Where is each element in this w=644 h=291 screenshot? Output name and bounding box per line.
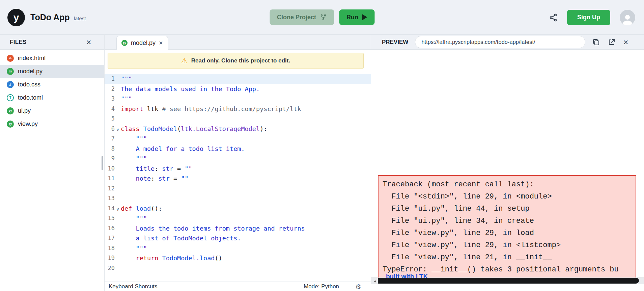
clone-project-button[interactable]: Clone Project [270,9,334,25]
copy-url-button[interactable] [592,38,600,46]
gear-icon[interactable]: ⚙ [355,283,361,291]
line-number: 1 [105,74,115,84]
code-line[interactable]: 16 Loads the todo items from storage and… [105,223,371,234]
code-line[interactable]: 2The data models used in the Todo App. [105,84,371,94]
file-item-model.py[interactable]: pymodel.py [0,65,104,78]
avatar[interactable] [620,10,635,25]
fold-arrow-icon[interactable]: v [115,125,121,135]
play-icon [362,14,367,20]
tab-model-py[interactable]: py model.py × [116,36,168,50]
code-line[interactable]: 14vdef load(): [105,204,371,214]
title-wrap: ToDo App latest [30,12,86,22]
share-icon [549,13,558,22]
fold-spacer [115,85,121,95]
code-line[interactable]: 13 [105,193,371,204]
tab-close-icon[interactable]: × [159,39,163,47]
preview-title: PREVIEW [382,39,408,46]
preview-close-icon[interactable]: × [623,38,628,47]
fold-spacer [115,95,121,105]
logo-icon[interactable]: y [7,9,25,26]
code-text: """ [121,243,147,254]
sidebar-close-icon[interactable]: × [86,38,91,47]
fold-spacer [115,75,121,85]
traceback-text: Traceback (most recent call last): File … [383,179,632,276]
code-line[interactable]: 10 title: str = "" [105,164,371,174]
warning-text: Read only. Clone this project to edit. [191,57,290,64]
file-item-view.py[interactable]: pyview.py [0,117,104,131]
toml-file-icon: T [7,94,14,101]
code-line[interactable]: 3""" [105,94,371,104]
line-number: 14 [105,204,115,214]
code-line[interactable]: 8 A model for a todo list item. [105,144,371,154]
code-line[interactable]: 18 """ [105,243,371,254]
line-number: 5 [105,114,115,124]
line-number: 15 [105,213,115,223]
file-item-todo.toml[interactable]: Ttodo.toml [0,91,104,104]
header-left: y ToDo App latest [7,0,86,35]
editor-statusbar: Keyboard Shorcuts Mode: Python ⚙ [105,282,371,291]
panel-resize-handle[interactable] [102,156,103,170]
py-file-icon: py [7,107,14,114]
file-item-todo.css[interactable]: #todo.css [0,78,104,91]
header-right: Sign Up [549,0,635,35]
preview-url-input[interactable]: https://laffra.pyscriptapps.com/todo-app… [415,36,585,48]
line-number: 3 [105,94,115,104]
file-list: <>index.htmlpymodel.py#todo.cssTtodo.tom… [0,50,104,131]
fold-spacer [115,254,121,264]
code-line[interactable]: 9 """ [105,154,371,164]
code-line[interactable]: 1""" [105,74,371,84]
files-header: FILES × [0,35,104,50]
open-external-button[interactable] [608,38,616,46]
code-line[interactable]: 11 note: str = "" [105,174,371,184]
preview-panel: PREVIEW https://laffra.pyscriptapps.com/… [371,35,644,291]
code-line[interactable]: 15 """ [105,213,371,223]
code-line[interactable]: 7 """ [105,134,371,144]
line-number: 11 [105,174,115,184]
fold-spacer [115,224,121,235]
files-sidebar: FILES × <>index.htmlpymodel.py#todo.cssT… [0,35,105,291]
line-number: 13 [105,193,115,204]
fold-spacer [115,264,121,274]
file-item-index.html[interactable]: <>index.html [0,52,104,65]
share-button[interactable] [549,13,558,22]
file-item-ui.py[interactable]: pyui.py [0,104,104,117]
code-line[interactable]: 4import ltk # see https://github.com/pys… [105,104,371,114]
run-button[interactable]: Run [339,9,374,25]
fold-spacer [115,214,121,224]
signup-button[interactable]: Sign Up [567,10,610,25]
fold-spacer [115,135,121,145]
line-number: 8 [105,144,115,154]
code-editor[interactable]: 1"""2The data models used in the Todo Ap… [105,74,371,282]
code-line[interactable]: 19 return TodoModel.load() [105,253,371,263]
warning-icon: ⚠ [181,57,188,65]
fold-spacer [115,115,121,125]
code-text: a list of TodoModel objects. [121,233,241,243]
code-lines: 1"""2The data models used in the Todo Ap… [105,74,371,273]
code-line[interactable]: 17 a list of TodoModel objects. [105,233,371,243]
line-number: 16 [105,223,115,234]
line-number: 20 [105,263,115,273]
code-line[interactable]: 12 [105,184,371,194]
line-number: 12 [105,184,115,194]
line-number: 18 [105,243,115,254]
open-external-icon [608,38,616,46]
header-actions: Clone Project Run [270,9,374,25]
scroll-left-icon[interactable]: ◂ [374,279,376,284]
code-line[interactable]: 5 [105,114,371,124]
code-line[interactable]: 20 [105,263,371,273]
preview-header-icons: × [592,38,628,47]
file-name: model.py [18,68,43,75]
py-file-icon: py [7,68,14,75]
keyboard-shortcuts-link[interactable]: Keyboard Shorcuts [109,283,158,290]
html-file-icon: <> [7,55,14,62]
fold-spacer [115,244,121,255]
tab-label: model.py [131,39,156,47]
fold-arrow-icon[interactable]: v [115,205,121,215]
fold-spacer [115,145,121,155]
code-text: """ [121,74,132,84]
line-number: 10 [105,164,115,174]
code-line[interactable]: 6vclass TodoModel(ltk.LocalStorageModel)… [105,124,371,134]
pyscript-ide: y ToDo App latest Clone Project Run [0,0,644,291]
css-file-icon: # [7,81,14,88]
file-name: index.html [18,55,46,62]
